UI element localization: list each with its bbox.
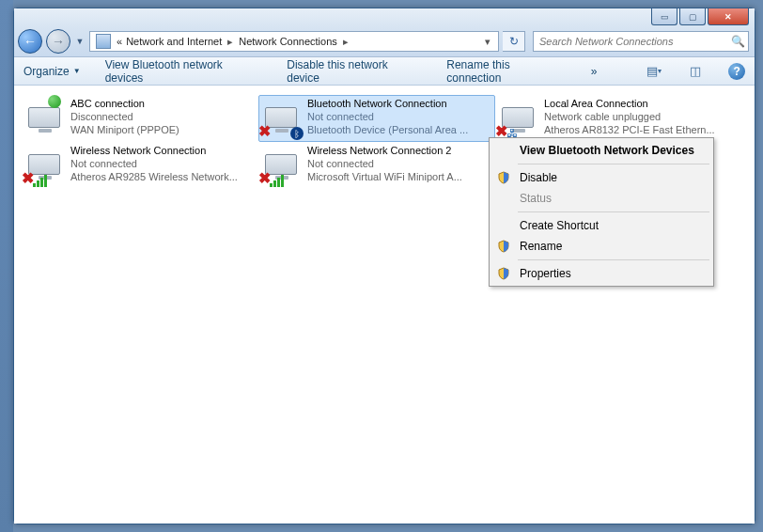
view-options-button[interactable]: ▤▾: [646, 63, 663, 80]
connection-item[interactable]: ✖Wireless Network Connection 2Not connec…: [258, 142, 495, 189]
maximize-icon: ▢: [689, 12, 697, 22]
signal-icon: [33, 175, 47, 187]
search-icon[interactable]: 🔍: [727, 35, 748, 48]
command-bar: Organize ▼ View Bluetooth network device…: [14, 57, 755, 86]
refresh-icon: ↻: [509, 35, 519, 48]
back-button[interactable]: ←: [18, 29, 42, 54]
maximize-button[interactable]: ▢: [679, 8, 706, 25]
shield-icon: [497, 240, 510, 253]
connection-name: Wireless Network Connection 2: [307, 144, 493, 157]
address-dropdown[interactable]: ▾: [479, 36, 496, 48]
location-icon: [96, 34, 111, 49]
connection-item[interactable]: ✖ᛒBluetooth Network ConnectionNot connec…: [258, 95, 495, 142]
rename-connection-button[interactable]: Rename this connection: [446, 58, 567, 85]
help-icon: ?: [733, 65, 740, 78]
check-icon: [48, 95, 61, 108]
connection-status: Not connected: [307, 157, 493, 170]
breadcrumb-current[interactable]: Network Connections: [237, 36, 339, 47]
cm-view-bluetooth-devices[interactable]: View Bluetooth Network Devices: [491, 140, 711, 161]
connection-device: Microsoft Virtual WiFi Miniport A...: [307, 170, 493, 183]
chevron-right-icon[interactable]: ▸: [224, 36, 237, 48]
connection-status: Network cable unplugged: [544, 110, 730, 123]
connection-icon: [23, 97, 65, 138]
address-bar[interactable]: « Network and Internet ▸ Network Connect…: [89, 31, 499, 52]
connection-name: Bluetooth Network Connection: [307, 97, 493, 110]
connection-device: Bluetooth Device (Personal Area ...: [307, 123, 493, 136]
connection-icon: ✖: [23, 144, 65, 185]
connection-status: Disconnected: [70, 110, 257, 123]
organize-menu[interactable]: Organize ▼: [23, 65, 81, 78]
connection-item[interactable]: ✖🖧Local Area ConnectionNetwork cable unp…: [495, 95, 732, 142]
forward-button[interactable]: →: [46, 29, 70, 54]
connection-name: Wireless Network Connection: [70, 144, 257, 157]
view-bluetooth-devices-button[interactable]: View Bluetooth network devices: [105, 58, 263, 85]
search-box[interactable]: 🔍: [533, 31, 749, 52]
search-input[interactable]: [534, 36, 727, 47]
arrow-right-icon: →: [52, 34, 65, 49]
connection-icon: ✖🖧: [497, 97, 538, 138]
connection-item[interactable]: ✖Wireless Network ConnectionNot connecte…: [22, 142, 258, 189]
context-menu: View Bluetooth Network Devices Disable S…: [489, 137, 714, 287]
cm-status: Status: [491, 188, 711, 209]
bluetooth-icon: ᛒ: [290, 127, 304, 140]
more-commands-button[interactable]: »: [591, 65, 598, 78]
shield-icon: [497, 267, 510, 280]
disable-device-button[interactable]: Disable this network device: [287, 58, 422, 85]
shield-icon: [497, 171, 510, 184]
cm-properties[interactable]: Properties: [491, 263, 711, 284]
organize-label: Organize: [23, 65, 70, 78]
signal-icon: [270, 175, 284, 187]
arrow-left-icon: ←: [23, 34, 37, 49]
connection-icon: ✖: [260, 144, 302, 185]
cm-disable[interactable]: Disable: [491, 167, 711, 188]
connection-item[interactable]: ABC connectionDisconnectedWAN Miniport (…: [22, 95, 258, 142]
x-icon: ✖: [258, 122, 271, 140]
close-button[interactable]: ✕: [708, 8, 749, 25]
preview-pane-button[interactable]: ◫: [687, 63, 704, 80]
connection-device: Atheros AR8132 PCI-E Fast Ethern...: [544, 123, 730, 136]
connection-device: Atheros AR9285 Wireless Network...: [70, 170, 257, 183]
breadcrumb-parent[interactable]: Network and Internet: [124, 36, 224, 47]
connection-name: Local Area Connection: [544, 97, 730, 110]
help-button[interactable]: ?: [728, 63, 745, 80]
connection-status: Not connected: [307, 110, 493, 123]
breadcrumb-root[interactable]: «: [115, 36, 124, 47]
connection-device: WAN Miniport (PPPOE): [70, 123, 257, 136]
cm-create-shortcut[interactable]: Create Shortcut: [491, 215, 711, 236]
connection-icon: ✖ᛒ: [260, 97, 302, 138]
refresh-button[interactable]: ↻: [503, 31, 525, 52]
connection-name: ABC connection: [70, 97, 257, 110]
history-dropdown[interactable]: ▼: [74, 37, 86, 46]
connection-status: Not connected: [70, 157, 257, 170]
cm-rename[interactable]: Rename: [491, 236, 711, 257]
minimize-icon: ▭: [661, 12, 669, 22]
chevron-right-icon[interactable]: ▸: [339, 36, 352, 48]
close-icon: ✕: [724, 12, 732, 22]
minimize-button[interactable]: ▭: [651, 8, 677, 25]
chevron-down-icon: ▼: [73, 67, 81, 75]
titlebar: ▭ ▢ ✕ ← → ▼ « Network and Internet ▸ Net…: [14, 8, 755, 57]
